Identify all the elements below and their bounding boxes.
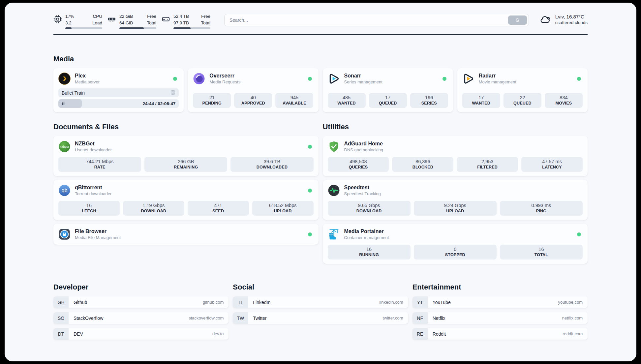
bookmark-reddit[interactable]: RE Reddit reddit.com bbox=[412, 328, 588, 340]
app-name: AdGuard Home bbox=[344, 141, 583, 147]
app-card-speedtest[interactable]: Speedtest Speedtest Tracking 9.65 Gbps D… bbox=[323, 180, 588, 220]
cpu-widget: 17% 3.2 CPU Load bbox=[53, 13, 102, 29]
status-dot bbox=[308, 145, 312, 149]
stat-tile: 744.21 Mbps RATE bbox=[58, 157, 141, 172]
now-playing-title: Bullet Train bbox=[62, 90, 85, 96]
app-name: Sonarr bbox=[344, 73, 438, 79]
app-card-qbittorrent[interactable]: qb qBittorrent Torrent downloader bbox=[53, 180, 319, 220]
search-input[interactable] bbox=[225, 17, 508, 23]
bookmark-abbr: TW bbox=[233, 312, 248, 324]
memory-widget: 22 GiB 64 GiB Free Total bbox=[107, 13, 156, 29]
disk-widget: 52.4 TB 97.9 TB Free Total bbox=[162, 13, 210, 29]
disk-progress-bar bbox=[173, 27, 210, 29]
stat-tile: 0 STOPPED bbox=[414, 245, 497, 259]
bookmark-name: Github bbox=[74, 300, 87, 305]
disk-free-value: 52.4 TB bbox=[173, 13, 189, 20]
stat-tile: 86,396 BLOCKED bbox=[392, 157, 453, 172]
app-card-sonarr[interactable]: Sonarr Series management 485 WANTED 17 Q… bbox=[323, 68, 453, 112]
stat-tile: 21 PENDING bbox=[193, 93, 231, 108]
qbittorrent-icon: qb bbox=[58, 184, 71, 197]
stat-tile: 22 QUEUED bbox=[504, 93, 541, 108]
weather-widget: Lviv, 16.87°C scattered clouds bbox=[539, 14, 588, 25]
bookmark-stackoverflow[interactable]: SO StackOverflow stackoverflow.com bbox=[53, 312, 229, 324]
memory-label-2: Total bbox=[147, 20, 156, 26]
app-description: Movie management bbox=[479, 79, 573, 84]
bookmark-url: reddit.com bbox=[563, 331, 583, 336]
app-name: Plex bbox=[75, 73, 169, 79]
section-title-entertainment: Entertainment bbox=[412, 283, 588, 291]
bookmark-url: github.com bbox=[203, 300, 224, 305]
status-dot bbox=[577, 77, 581, 81]
app-name: Speedtest bbox=[344, 185, 583, 191]
bookmark-url: youtube.com bbox=[558, 300, 583, 305]
stat-tile: 16 TOTAL bbox=[500, 245, 583, 259]
stat-tile: 2,953 FILTERED bbox=[457, 157, 518, 172]
radarr-icon bbox=[462, 73, 474, 85]
bookmark-github[interactable]: GH Github github.com bbox=[53, 296, 229, 308]
bookmark-abbr: LI bbox=[233, 296, 248, 308]
stat-tile: 9.24 Gbps UPLOAD bbox=[414, 201, 497, 216]
bookmark-abbr: RE bbox=[412, 328, 428, 340]
stat-tile: 1.19 Gbps DOWNLOAD bbox=[123, 201, 184, 216]
stat-tile: 196 SERIES bbox=[410, 93, 448, 108]
pause-icon[interactable] bbox=[61, 99, 65, 108]
header-divider bbox=[53, 34, 588, 35]
bookmark-abbr: YT bbox=[412, 296, 428, 308]
memory-label-1: Free bbox=[147, 13, 156, 20]
status-dot bbox=[308, 189, 312, 193]
app-card-radarr[interactable]: Radarr Movie management 17 WANTED 22 QUE… bbox=[457, 68, 588, 112]
app-name: File Browser bbox=[75, 228, 304, 234]
disk-label-1: Free bbox=[201, 13, 210, 20]
app-name: qBittorrent bbox=[75, 185, 304, 191]
bookmark-name: DEV bbox=[74, 331, 83, 337]
disk-total-value: 97.9 TB bbox=[173, 20, 189, 26]
status-dot bbox=[308, 232, 312, 236]
stat-tile: 266 GB REMAINING bbox=[144, 157, 227, 172]
plex-icon bbox=[58, 73, 71, 85]
stat-tile: 17 QUEUED bbox=[369, 93, 407, 108]
bookmark-url: dev.to bbox=[212, 331, 224, 336]
app-description: DNS and adblocking bbox=[344, 147, 583, 152]
search-engine-button[interactable]: G bbox=[508, 15, 527, 25]
overseerr-icon bbox=[193, 73, 205, 85]
app-name: NZBGet bbox=[75, 141, 304, 147]
status-dot bbox=[173, 77, 177, 81]
app-description: Media Requests bbox=[209, 79, 303, 84]
app-description: Media server bbox=[75, 79, 169, 84]
app-card-plex[interactable]: Plex Media server Bullet Train bbox=[53, 68, 184, 112]
svg-text:qb: qb bbox=[62, 187, 68, 193]
app-card-overseerr[interactable]: Overseerr Media Requests 21 PENDING 40 A… bbox=[188, 68, 318, 112]
weather-condition: scattered clouds bbox=[555, 20, 588, 25]
speedtest-icon bbox=[328, 184, 340, 197]
bookmark-youtube[interactable]: YT YouTube youtube.com bbox=[412, 296, 588, 308]
weather-location-temp: Lviv, 16.87°C bbox=[555, 14, 588, 19]
bookmark-name: Reddit bbox=[433, 331, 446, 337]
stat-tile: 834 MOVIES bbox=[545, 93, 583, 108]
bookmark-twitter[interactable]: TW Twitter twitter.com bbox=[233, 312, 408, 324]
app-card-nzbget[interactable]: nzbget NZBGet Usenet downloader 74 bbox=[53, 136, 319, 176]
bookmark-dev[interactable]: DT DEV dev.to bbox=[53, 328, 229, 340]
portainer-icon bbox=[328, 228, 340, 240]
app-description: Torrent downloader bbox=[75, 191, 304, 196]
app-card-adguard[interactable]: AdGuard Home DNS and adblocking 498,508 … bbox=[323, 136, 588, 176]
bookmark-linkedin[interactable]: LI LinkedIn linkedin.com bbox=[233, 296, 408, 308]
stat-tile: 618.52 Mbps UPLOAD bbox=[252, 201, 314, 216]
stat-tile: 16 LEECH bbox=[58, 201, 120, 216]
app-card-filebrowser[interactable]: File Browser Media File Management bbox=[53, 224, 319, 245]
adguard-icon bbox=[328, 140, 340, 153]
status-dot bbox=[577, 232, 581, 236]
cpu-label-1: CPU bbox=[93, 13, 102, 20]
bookmark-netflix[interactable]: NF Netflix netflix.com bbox=[412, 312, 588, 324]
memory-free-value: 22 GiB bbox=[119, 13, 133, 20]
top-bar: 17% 3.2 CPU Load bbox=[53, 3, 588, 29]
stat-tile: 16 RUNNING bbox=[328, 245, 411, 259]
disk-label-2: Total bbox=[201, 20, 210, 26]
section-title-media: Media bbox=[53, 55, 588, 63]
bookmark-url: twitter.com bbox=[383, 316, 403, 320]
stat-tile: 17 WANTED bbox=[462, 93, 500, 108]
nzbget-icon: nzbget bbox=[58, 140, 71, 153]
section-title-social: Social bbox=[233, 283, 408, 291]
cpu-label-2: Load bbox=[92, 20, 102, 26]
app-card-portainer[interactable]: Media Portainer Container management 16 … bbox=[323, 224, 588, 264]
cpu-chip-icon bbox=[53, 15, 62, 23]
